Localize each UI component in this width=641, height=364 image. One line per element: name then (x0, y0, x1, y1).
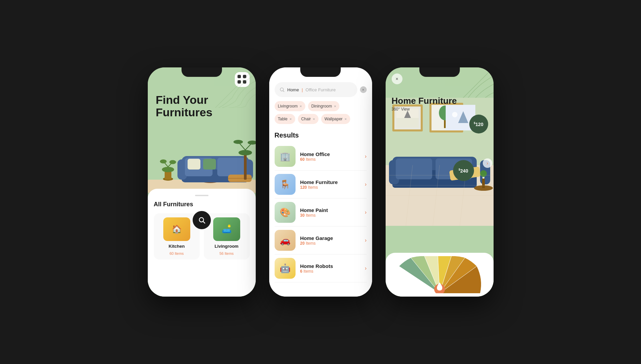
kitchen-items: 60 Items (169, 251, 184, 255)
chevron-right-icon: › (365, 209, 366, 215)
all-furnitures-title: All Furnitures (154, 201, 250, 208)
bottom-section: All Furnitures 🏠 Kitchen 60 Items 🛋️ Liv (148, 189, 256, 297)
right-subtitle: 360° View (392, 107, 487, 112)
home-office-name: Home Office (300, 151, 360, 157)
search-cursor: | (302, 87, 303, 92)
tags-area: Livingroom × Diningroom × Table × Chair (269, 101, 372, 124)
livingroom-items: 56 Items (219, 251, 233, 255)
results-title: Results (269, 127, 372, 143)
search-suffix: Office Furniture (306, 87, 336, 92)
search-query: Home (287, 87, 299, 92)
search-input-box[interactable]: Home | Office Furniture (275, 82, 357, 97)
svg-point-24 (239, 150, 252, 155)
result-home-furniture[interactable]: 🪑 Home Furniture 120 Items › (275, 171, 367, 199)
phone-middle: Home | Office Furniture × Livingroom × D… (269, 67, 372, 297)
svg-line-32 (283, 91, 284, 92)
home-paint-thumb: 🎨 (275, 202, 296, 223)
color-picker-section (386, 253, 494, 297)
livingroom-image: 🛋️ (213, 217, 240, 241)
home-garage-count: 20 Items (300, 241, 360, 246)
right-title: Home Furniture (392, 96, 487, 106)
price-badge-240: $240 (453, 160, 474, 181)
svg-point-57 (480, 170, 487, 177)
svg-rect-51 (396, 158, 432, 179)
result-home-office[interactable]: 🏢 Home Office 60 Items › (275, 143, 367, 171)
results-list: 🏢 Home Office 60 Items › 🪑 Home Furnitur… (269, 143, 372, 282)
phone-left: Find YourFurnitures (148, 67, 256, 297)
home-furniture-thumb: 🪑 (275, 174, 296, 195)
close-button[interactable]: × (392, 73, 402, 84)
search-fab[interactable] (193, 211, 211, 229)
home-furniture-name: Home Furniture (300, 179, 360, 185)
svg-line-30 (203, 221, 205, 223)
search-icon (279, 87, 285, 92)
svg-point-6 (160, 159, 167, 163)
chevron-right-icon: › (365, 265, 366, 271)
result-home-robots[interactable]: 🤖 Home Robots 6 Items › (275, 254, 367, 282)
home-robots-count: 6 Items (300, 269, 360, 274)
color-fan[interactable] (396, 256, 483, 293)
tag-livingroom[interactable]: Livingroom × (275, 101, 305, 111)
kitchen-image: 🏠 (163, 217, 190, 241)
price-badge-120: $120 (469, 115, 488, 133)
result-home-paint[interactable]: 🎨 Home Paint 30 Items › (275, 199, 367, 226)
chevron-right-icon: › (365, 153, 366, 159)
svg-point-3 (162, 167, 174, 172)
home-office-thumb: 🏢 (275, 146, 296, 167)
room-scene: $120 $240 › (386, 98, 494, 239)
home-office-count: 60 Items (300, 157, 360, 162)
notch-right (419, 67, 460, 77)
notch-middle (300, 67, 341, 77)
livingroom-name: Livingroom (215, 244, 239, 249)
search-clear-button[interactable]: × (360, 86, 367, 93)
tag-chair[interactable]: Chair × (298, 114, 318, 124)
svg-rect-38 (396, 118, 419, 127)
home-garage-name: Home Garage (300, 235, 360, 241)
svg-point-46 (452, 112, 457, 117)
svg-point-7 (169, 160, 176, 164)
home-furniture-count: 120 Items (300, 185, 360, 190)
chevron-right-icon: › (365, 181, 366, 187)
svg-rect-23 (244, 153, 247, 180)
home-robots-thumb: 🤖 (275, 258, 296, 279)
hero-image (148, 119, 256, 193)
svg-rect-19 (188, 159, 200, 170)
chevron-right-icon: › (365, 237, 366, 243)
tag-diningroom[interactable]: Diningroom × (308, 101, 340, 111)
leaf-decoration (215, 67, 256, 108)
tag-table[interactable]: Table × (275, 114, 295, 124)
home-paint-count: 30 Items (300, 213, 360, 218)
result-home-garage[interactable]: 🚗 Home Garage 20 Items › (275, 226, 367, 254)
home-paint-name: Home Paint (300, 207, 360, 213)
svg-rect-55 (482, 179, 485, 188)
svg-point-27 (233, 140, 243, 144)
tag-wallpaper[interactable]: Wallpaper × (321, 114, 350, 124)
kitchen-name: Kitchen (169, 244, 185, 249)
svg-rect-18 (217, 158, 245, 176)
svg-rect-20 (203, 159, 216, 170)
home-garage-thumb: 🚗 (275, 230, 296, 251)
search-icon (198, 216, 205, 224)
notch-left (182, 67, 222, 77)
svg-point-28 (248, 141, 256, 145)
phone-right: × Home Furniture 360° View (386, 67, 494, 297)
home-robots-name: Home Robots (300, 263, 360, 269)
nav-arrow-icon[interactable]: › (483, 158, 492, 168)
